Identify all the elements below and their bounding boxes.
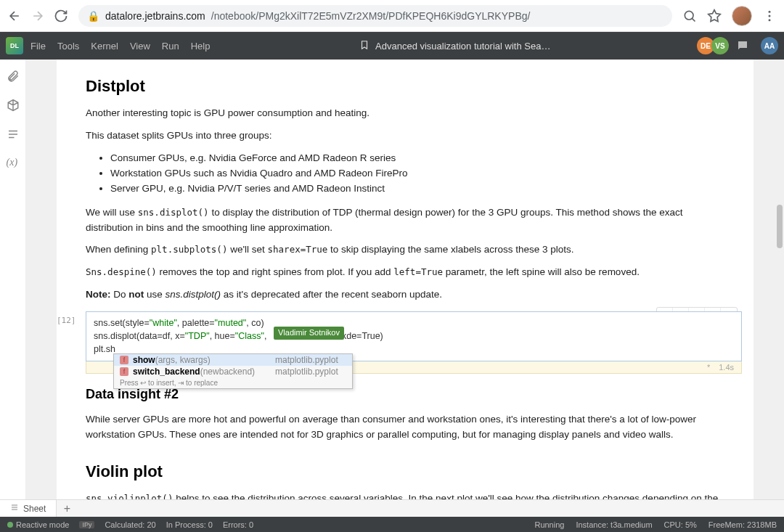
app-menu-bar: DL File Tools Kernel View Run Help Advan… bbox=[0, 32, 784, 60]
paragraph: Note: Do not use sns.distplot() as it's … bbox=[86, 287, 724, 303]
package-icon[interactable] bbox=[7, 99, 20, 112]
errors-count: Errors: 0 bbox=[223, 520, 253, 529]
star-icon[interactable] bbox=[707, 9, 722, 23]
menu-run[interactable]: Run bbox=[162, 41, 179, 52]
heading-distplot: Distplot bbox=[86, 77, 724, 96]
forward-button[interactable] bbox=[30, 9, 45, 23]
list-item: Consumer GPUs, e.g. Nvidia GeForce and A… bbox=[110, 151, 724, 166]
content-area: Distplot Another interesting topic is GP… bbox=[26, 60, 784, 499]
heading-violin: Violin plot bbox=[86, 462, 724, 481]
status-bar: Reactive mode IPy Calculated: 20 In Proc… bbox=[0, 517, 784, 532]
code-cell[interactable]: [12] ▸ + ⟳ 🗑 ⋯ sns.set(style="white", pa… bbox=[57, 311, 742, 373]
cell-exec-time: 1.4s bbox=[719, 363, 734, 372]
menu-tools[interactable]: Tools bbox=[57, 41, 79, 52]
presence-area: DE VS AA bbox=[700, 37, 778, 54]
autocomplete-item[interactable]: f switch_backend(newbackend) matplotlib.… bbox=[114, 366, 352, 377]
url-host: datalore.jetbrains.com bbox=[105, 10, 205, 22]
bookmark-icon[interactable] bbox=[359, 40, 369, 52]
autocomplete-hint: Press ↩ to insert, ⇥ to replace bbox=[114, 377, 352, 388]
inprocess-count: In Process: 0 bbox=[166, 520, 213, 529]
autocomplete-popup[interactable]: f show(args, kwargs) matplotlib.pyplot f… bbox=[113, 353, 353, 389]
main-area: (x) Distplot Another interesting topic i… bbox=[0, 60, 784, 499]
chat-icon[interactable] bbox=[736, 39, 749, 52]
url-path: /notebook/PMg2kXilT72E5mVZr2XM9t/PDfKPEQ… bbox=[211, 10, 531, 22]
kernel-status: Running bbox=[534, 520, 564, 529]
back-button[interactable] bbox=[7, 9, 22, 23]
browser-actions bbox=[682, 6, 777, 26]
menu-file[interactable]: File bbox=[30, 41, 46, 52]
svg-point-3 bbox=[769, 19, 771, 21]
svg-point-2 bbox=[769, 15, 771, 17]
overflow-icon[interactable] bbox=[762, 9, 777, 23]
add-sheet-button[interactable]: + bbox=[57, 500, 77, 517]
paragraph: Another interesting topic is GPU power c… bbox=[86, 106, 724, 121]
list-item: Server GPU, e.g. Nvidia P/V/T series and… bbox=[110, 181, 724, 197]
collaborator-cursor: Vladimir Sotnikov bbox=[274, 327, 344, 340]
left-toolbar: (x) bbox=[0, 60, 26, 499]
paragraph: Sns.despine() removes the top and right … bbox=[86, 265, 724, 280]
reload-button[interactable] bbox=[54, 9, 68, 23]
attachment-icon[interactable] bbox=[7, 70, 20, 83]
bullet-list: Consumer GPUs, e.g. Nvidia GeForce and A… bbox=[102, 151, 724, 197]
svg-point-0 bbox=[685, 11, 693, 20]
notebook-title-wrap: Advanced visualization tutorial with Sea… bbox=[210, 40, 700, 52]
menu-help[interactable]: Help bbox=[191, 41, 211, 52]
variables-icon[interactable]: (x) bbox=[7, 157, 20, 170]
presence-avatar[interactable]: VS bbox=[711, 37, 729, 54]
list-item: Workstation GPUs such as Nvidia Quadro a… bbox=[110, 166, 724, 181]
notebook: Distplot Another interesting topic is GP… bbox=[57, 60, 754, 499]
app-logo[interactable]: DL bbox=[6, 37, 23, 54]
search-icon[interactable] bbox=[682, 9, 697, 23]
calculated-count: Calculated: 20 bbox=[105, 520, 155, 529]
menu-items: File Tools Kernel View Run Help bbox=[30, 41, 210, 52]
cell-prompt: [12] bbox=[57, 316, 76, 325]
function-icon: f bbox=[120, 356, 128, 364]
reactive-mode-indicator[interactable]: Reactive mode bbox=[7, 520, 69, 529]
sheet-tabs: Sheet + bbox=[0, 499, 784, 517]
cell-modified-indicator: * bbox=[707, 363, 710, 372]
paragraph: When defining plt.subplots() we'll set s… bbox=[86, 242, 724, 258]
scrollbar-thumb[interactable] bbox=[777, 205, 783, 248]
ipy-badge: IPy bbox=[79, 521, 94, 528]
svg-point-1 bbox=[769, 10, 771, 12]
presence-avatars[interactable]: DE VS bbox=[700, 37, 729, 54]
browser-bar: 🔒 datalore.jetbrains.com/notebook/PMg2kX… bbox=[0, 0, 784, 32]
status-dot-icon bbox=[7, 522, 13, 528]
menu-view[interactable]: View bbox=[130, 41, 150, 52]
paragraph: This dataset splits GPUs into three grou… bbox=[86, 128, 724, 144]
instance-type: Instance: t3a.medium bbox=[576, 520, 652, 529]
cpu-usage: CPU: 5% bbox=[664, 520, 697, 529]
menu-kernel[interactable]: Kernel bbox=[91, 41, 118, 52]
sheet-tab-label: Sheet bbox=[23, 504, 46, 514]
mem-usage: FreeMem: 2318MB bbox=[709, 520, 777, 529]
outline-icon[interactable] bbox=[7, 128, 20, 141]
user-avatar[interactable]: AA bbox=[761, 37, 778, 54]
paragraph: sns.violinplot() helps to see the distri… bbox=[86, 491, 724, 499]
paragraph: While server GPUs are more hot and power… bbox=[86, 412, 724, 443]
nav-buttons bbox=[7, 9, 68, 23]
notebook-title: Advanced visualization tutorial with Sea… bbox=[375, 41, 550, 52]
function-icon: f bbox=[120, 367, 128, 376]
sheet-icon bbox=[10, 503, 19, 514]
autocomplete-item[interactable]: f show(args, kwargs) matplotlib.pyplot bbox=[114, 354, 352, 366]
paragraph: We will use sns.displot() to display the… bbox=[86, 205, 724, 236]
url-bar[interactable]: 🔒 datalore.jetbrains.com/notebook/PMg2kX… bbox=[78, 5, 672, 27]
profile-avatar[interactable] bbox=[732, 6, 752, 26]
sheet-tab[interactable]: Sheet bbox=[0, 500, 57, 517]
lock-icon: 🔒 bbox=[87, 10, 99, 22]
